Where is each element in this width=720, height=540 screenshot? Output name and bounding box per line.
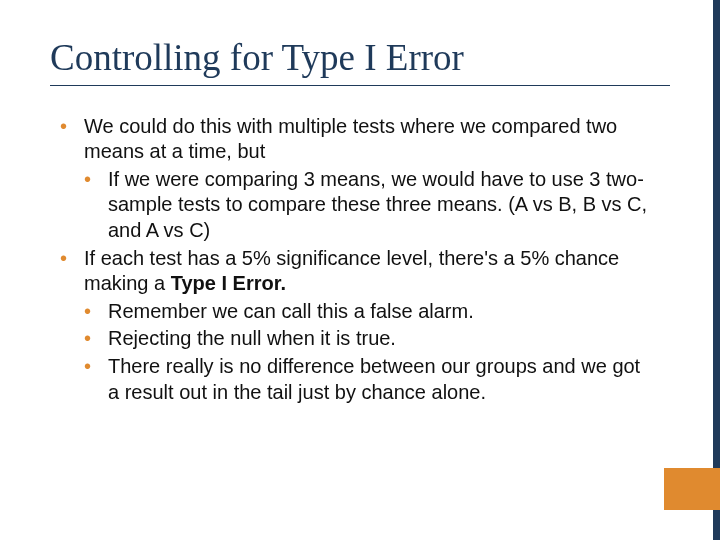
slide-body: We could do this with multiple tests whe… — [50, 114, 670, 406]
bullet-item: We could do this with multiple tests whe… — [60, 114, 650, 165]
bullet-list: We could do this with multiple tests whe… — [60, 114, 650, 406]
bold-term: Type I Error. — [171, 272, 286, 294]
bullet-item: If each test has a 5% significance level… — [60, 246, 650, 297]
title-underline — [50, 85, 670, 86]
side-accent-bar — [713, 0, 720, 540]
bullet-item: If we were comparing 3 means, we would h… — [60, 167, 650, 244]
bullet-item: There really is no difference between ou… — [60, 354, 650, 405]
bullet-item: Rejecting the null when it is true. — [60, 326, 650, 352]
slide-title: Controlling for Type I Error — [50, 38, 670, 79]
bullet-item: Remember we can call this a false alarm. — [60, 299, 650, 325]
slide: Controlling for Type I Error We could do… — [0, 0, 720, 540]
side-accent-block — [664, 468, 720, 510]
bullet-text: If each test has a 5% significance level… — [84, 247, 619, 295]
